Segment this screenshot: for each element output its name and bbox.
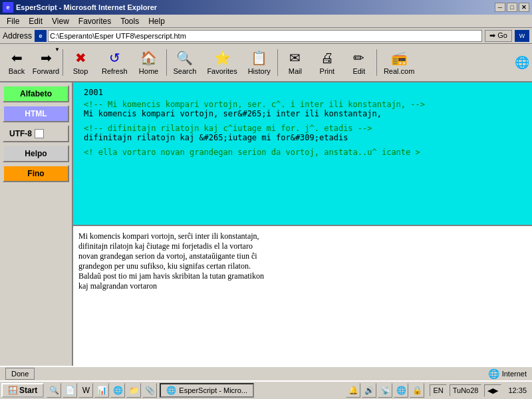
stop-button[interactable]: ✖ Stop <box>65 45 96 80</box>
menu-edit[interactable]: Edit <box>25 15 47 27</box>
mail-icon: ✉ <box>289 50 301 66</box>
html-pane[interactable]: 2001 <!-- Mi komencis kompari vortojn, s… <box>73 82 532 226</box>
helpo-button[interactable]: Helpo <box>3 145 69 162</box>
systray: EN <box>430 384 446 396</box>
go-button[interactable]: ➡ Go <box>485 30 512 42</box>
content-area: Alfabeto HTML UTF-8 Helpo Fino 2001 <!--… <box>0 82 532 366</box>
taskbar-app-5[interactable]: 🌐 <box>110 383 125 398</box>
favorites-button[interactable]: ⭐ Favorites <box>201 45 242 80</box>
refresh-button[interactable]: ↺ Refresh <box>96 45 133 80</box>
taskbar-right-app-3[interactable]: 📡 <box>378 383 392 398</box>
go-label: ➡ <box>489 31 497 39</box>
back-button[interactable]: ⬅ Back <box>3 45 31 80</box>
windows-update-icon: W <box>515 30 529 42</box>
taskbar-app-7[interactable]: 📎 <box>142 383 157 398</box>
active-window-button[interactable]: 🌐 EsperScript - Micro... <box>160 383 254 398</box>
address-input-wrap: e <box>35 30 482 42</box>
globe-icon: 🌐 <box>488 368 499 379</box>
html-text1: Mi komencis kompari vortojn, ser&#265;i … <box>84 109 521 118</box>
real-icon: 📻 <box>391 50 408 66</box>
taskbar-app-3[interactable]: W <box>78 383 93 398</box>
toolbar: ⬅ Back ➡ Forward ▼ ✖ Stop ↺ Refresh 🏠 Ho… <box>0 44 532 82</box>
print-label: Print <box>320 67 335 75</box>
print-icon: 🖨 <box>321 51 334 66</box>
toolbar-sep-3 <box>277 49 278 76</box>
network-icons: ◀▶ <box>484 384 501 397</box>
favorites-icon: ⭐ <box>214 50 231 66</box>
lang-indicator: EN <box>433 386 443 394</box>
edit-label: Edit <box>352 67 365 75</box>
minimize-button[interactable]: ─ <box>495 3 505 12</box>
real-label: Real.com <box>384 67 414 75</box>
taskbar-app-2[interactable]: 📄 <box>63 383 77 398</box>
menu-view[interactable]: View <box>48 15 73 27</box>
menu-tools[interactable]: Tools <box>116 15 143 27</box>
status-bar: Done 🌐 Internet <box>0 366 532 380</box>
taskbar-right-app-4[interactable]: 🌐 <box>394 383 408 398</box>
edit-icon: ✏ <box>353 50 364 66</box>
status-done-label: Done <box>11 370 29 378</box>
utf8-checkbox[interactable] <box>35 129 44 138</box>
toolbar-sep-2 <box>166 49 167 76</box>
menu-help[interactable]: Help <box>144 15 169 27</box>
forward-icon: ➡ <box>41 50 52 66</box>
history-label: History <box>248 67 271 75</box>
windows-flag-icon: 🪟 <box>8 386 18 395</box>
taskbar-right-apps: 🔔 🔊 📡 🌐 🔒 <box>346 383 424 398</box>
toolbar-sep-1 <box>63 49 63 76</box>
text-pane-container: Mi komencis kompari vortojn, serĉi inter… <box>73 226 532 366</box>
real-button[interactable]: 📻 Real.com <box>378 45 420 80</box>
zone-label: Internet <box>502 370 527 378</box>
window-title: EsperScript - Microsoft Internet Explore… <box>16 3 157 11</box>
start-label: Start <box>19 386 37 395</box>
address-input[interactable] <box>48 30 482 42</box>
start-button[interactable]: 🪟 Start <box>1 383 44 398</box>
home-icon: 🏠 <box>140 50 157 66</box>
html-comment3: <! ella vortaro novan grandegan serion d… <box>84 148 521 157</box>
fino-button[interactable]: Fino <box>3 165 69 182</box>
active-label: EsperScript - Micro... <box>179 386 247 394</box>
menu-favorites[interactable]: Favorites <box>74 15 115 27</box>
text-pane[interactable]: Mi komencis kompari vortojn, serĉi inter… <box>73 226 269 366</box>
home-label: Home <box>139 67 158 75</box>
alfabeto-button[interactable]: Alfabeto <box>3 85 69 102</box>
forward-button[interactable]: ➡ Forward ▼ <box>31 45 61 80</box>
utf8-label: UTF-8 <box>9 129 32 138</box>
search-icon: 🔍 <box>176 50 193 66</box>
html-text2: difinitajn rilatojn kaj &#265;iutage mi … <box>84 133 521 142</box>
html-comment1: <!-- Mi komencis kompari vortojn, ser. c… <box>84 100 521 109</box>
taskbar-app-4[interactable]: 📊 <box>94 383 109 398</box>
home-button[interactable]: 🏠 Home <box>133 45 165 80</box>
address-label: Address <box>3 31 32 41</box>
print-button[interactable]: 🖨 Print <box>311 45 343 80</box>
taskbar-app-1[interactable]: 🔍 <box>47 383 61 398</box>
taskbar-right-app-2[interactable]: 🔊 <box>362 383 376 398</box>
taskbar-right-app-1[interactable]: 🔔 <box>346 383 360 398</box>
taskbar-apps: 🔍 📄 W 📊 🌐 📁 📎 <box>47 383 157 398</box>
history-icon: 📋 <box>251 50 267 66</box>
address-bar: Address e ➡ Go W <box>0 28 532 44</box>
text-pane-content: Mi komencis kompari vortojn, serĉi inter… <box>78 231 264 291</box>
search-button[interactable]: 🔍 Search <box>168 45 202 80</box>
stop-icon: ✖ <box>75 50 86 66</box>
taskbar: 🪟 Start 🔍 📄 W 📊 🌐 📁 📎 🌐 EsperScript - Mi… <box>0 380 532 399</box>
mail-button[interactable]: ✉ Mail <box>279 45 311 80</box>
edit-button[interactable]: ✏ Edit <box>343 45 375 80</box>
forward-dropdown-icon: ▼ <box>55 47 60 53</box>
favorites-label: Favorites <box>207 67 237 75</box>
mail-label: Mail <box>289 67 302 75</box>
taskbar-right: 🔔 🔊 📡 🌐 🔒 EN TuNo28 ◀▶ 12:35 <box>343 383 531 398</box>
html-button[interactable]: HTML <box>3 105 69 122</box>
html-comment2: <!-- difinitajn rilatojn kaj c^iutage mi… <box>84 124 521 133</box>
taskbar-app-6[interactable]: 📁 <box>126 383 141 398</box>
history-button[interactable]: 📋 History <box>243 45 276 80</box>
back-label: Back <box>9 67 25 75</box>
taskbar-right-app-5[interactable]: 🔒 <box>410 383 424 398</box>
maximize-button[interactable]: □ <box>507 3 517 12</box>
sidebar: Alfabeto HTML UTF-8 Helpo Fino <box>0 82 73 366</box>
menu-file[interactable]: File <box>3 15 23 27</box>
ie-toolbar-logo: 🌐 <box>515 55 529 70</box>
back-icon: ⬅ <box>11 50 23 66</box>
close-button[interactable]: ✕ <box>519 3 529 12</box>
html-line1: 2001 <box>84 88 521 97</box>
